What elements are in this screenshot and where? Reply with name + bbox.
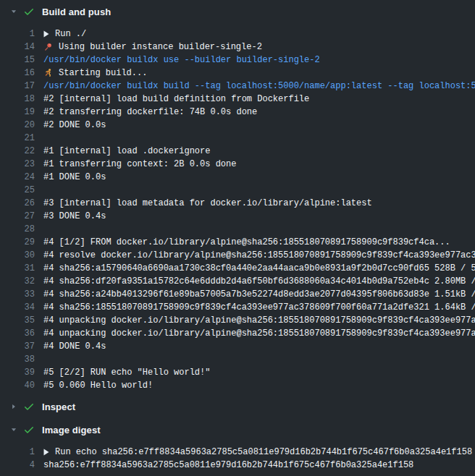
line-text: Using builder instance builder-single-2 [59,41,262,54]
log-line: 17/usr/bin/docker buildx build --tag loc… [0,80,475,93]
line-number[interactable]: 40 [0,379,35,392]
line-number[interactable]: 28 [0,223,35,236]
log-line: 14Using builder instance builder-single-… [0,41,475,54]
line-text: #4 [1/2] FROM docker.io/library/alpine@s… [43,236,450,249]
line-text: #3 DONE 0.4s [43,210,106,223]
log-line: 36#4 unpacking docker.io/library/alpine@… [0,327,475,340]
log-line: 34#4 sha256:185518070891758909c9f839cf4c… [0,301,475,314]
log-line: 37#4 DONE 0.4s [0,340,475,353]
workflow-log-panel: Build and push1Run ./14Using builder ins… [0,0,475,475]
log-line: 19#2 transferring dockerfile: 74B 0.0s d… [0,106,475,119]
line-content: sha256:e7ff8834a5963a2785c5a0811e979d16b… [43,459,475,472]
line-number[interactable]: 22 [0,145,35,158]
log-line: 16Starting build... [0,67,475,80]
line-number[interactable]: 32 [0,275,35,288]
line-number[interactable]: 16 [0,67,35,80]
line-number[interactable]: 31 [0,262,35,275]
line-content: #3 [internal] load metadata for docker.i… [43,197,475,210]
line-text: #4 sha256:a24bb4013296f61e89ba57005a7b3e… [43,288,475,301]
line-number[interactable]: 35 [0,314,35,327]
log-line: 4sha256:e7ff8834a5963a2785c5a0811e979d16… [0,459,475,472]
run-expand-icon[interactable] [43,449,49,456]
line-text: #2 [internal] load build definition from… [43,93,309,106]
line-content: #5 [2/2] RUN echo "Hello world!" [43,366,475,379]
log-line: 32#4 sha256:df20fa9351a15782c64e6dddb2d4… [0,275,475,288]
line-number[interactable]: 19 [0,106,35,119]
section-header-build-and-push[interactable]: Build and push [0,0,475,23]
line-number[interactable]: 1 [0,446,35,459]
log-line: 15/usr/bin/docker buildx use --builder b… [0,54,475,67]
chevron-right-icon[interactable] [9,403,19,410]
line-number[interactable]: 26 [0,197,35,210]
line-number[interactable]: 37 [0,340,35,353]
line-content: #2 [internal] load build definition from… [43,93,475,106]
log-line: 35#4 unpacking docker.io/library/alpine@… [0,314,475,327]
line-content: Starting build... [43,67,475,80]
log-lines-image-digest: 1Run echo sha256:e7ff8834a5963a2785c5a08… [0,441,475,475]
line-number[interactable]: 36 [0,327,35,340]
line-text: #1 [internal] load .dockerignore [43,145,210,158]
log-line: 21 [0,132,475,145]
line-content: #2 DONE 0.0s [43,119,475,132]
log-line: 27#3 DONE 0.4s [0,210,475,223]
line-number[interactable]: 29 [0,236,35,249]
line-text: #2 DONE 0.0s [43,119,106,132]
line-content: Using builder instance builder-single-2 [43,41,475,54]
line-content: /usr/bin/docker buildx build --tag local… [43,80,475,93]
section-header-image-digest[interactable]: Image digest [0,418,475,441]
line-text: #1 DONE 0.0s [43,171,106,184]
log-line: 18#2 [internal] load build definition fr… [0,93,475,106]
line-number[interactable]: 34 [0,301,35,314]
log-line: 1Run echo sha256:e7ff8834a5963a2785c5a08… [0,446,475,459]
line-content: #5 0.060 Hello world! [43,379,475,392]
line-number[interactable]: 24 [0,171,35,184]
line-text: sha256:e7ff8834a5963a2785c5a0811e979d16b… [43,459,413,472]
line-number[interactable]: 25 [0,184,35,197]
log-line: 1Run ./ [0,27,475,41]
line-content: #4 unpacking docker.io/library/alpine@sh… [43,327,475,340]
run-expand-icon[interactable] [43,30,49,38]
line-content: #4 sha256:a15790640a6690aa1730c38cf0a440… [43,262,475,275]
line-number[interactable]: 38 [0,353,35,366]
line-content: #4 sha256:a24bb4013296f61e89ba57005a7b3e… [43,288,475,301]
line-text: #4 sha256:df20fa9351a15782c64e6dddb2d4a6… [43,275,475,288]
line-text: #3 [internal] load metadata for docker.i… [43,197,372,210]
line-number[interactable]: 21 [0,132,35,145]
section-title: Image digest [42,425,101,435]
line-number[interactable]: 18 [0,93,35,106]
line-number[interactable]: 15 [0,54,35,67]
line-text: #4 resolve docker.io/library/alpine@sha2… [43,249,475,262]
line-number[interactable]: 23 [0,158,35,171]
line-number[interactable]: 27 [0,210,35,223]
line-number[interactable]: 33 [0,288,35,301]
line-content: Run echo sha256:e7ff8834a5963a2785c5a081… [43,446,475,459]
log-line: 39#5 [2/2] RUN echo "Hello world!" [0,366,475,379]
log-line: 28 [0,223,475,236]
chevron-down-icon[interactable] [9,8,19,15]
line-number[interactable]: 1 [0,27,35,41]
log-line: 26#3 [internal] load metadata for docker… [0,197,475,210]
log-line: 25 [0,184,475,197]
check-icon [23,6,35,17]
line-content: #2 transferring dockerfile: 74B 0.0s don… [43,106,475,119]
section-title: Inspect [42,401,75,412]
section-header-inspect[interactable]: Inspect [0,395,475,418]
line-number[interactable]: 14 [0,41,35,54]
line-number[interactable]: 30 [0,249,35,262]
log-line: 23#1 transferring context: 2B 0.0s done [0,158,475,171]
line-text: #4 DONE 0.4s [43,340,106,353]
line-content: #1 transferring context: 2B 0.0s done [43,158,475,171]
log-line: 38 [0,353,475,366]
line-content: #4 sha256:df20fa9351a15782c64e6dddb2d4a6… [43,275,475,288]
line-number[interactable]: 4 [0,459,35,472]
log-line: 33#4 sha256:a24bb4013296f61e89ba57005a7b… [0,288,475,301]
line-text: Run ./ [55,27,86,41]
line-text: #4 sha256:a15790640a6690aa1730c38cf0a440… [43,262,475,275]
line-number[interactable]: 20 [0,119,35,132]
line-content: #4 unpacking docker.io/library/alpine@sh… [43,314,475,327]
line-number[interactable]: 39 [0,366,35,379]
chevron-down-icon[interactable] [9,426,19,433]
line-number[interactable]: 17 [0,80,35,93]
line-content: #1 DONE 0.0s [43,171,475,184]
line-text: #5 [2/2] RUN echo "Hello world!" [43,366,210,379]
